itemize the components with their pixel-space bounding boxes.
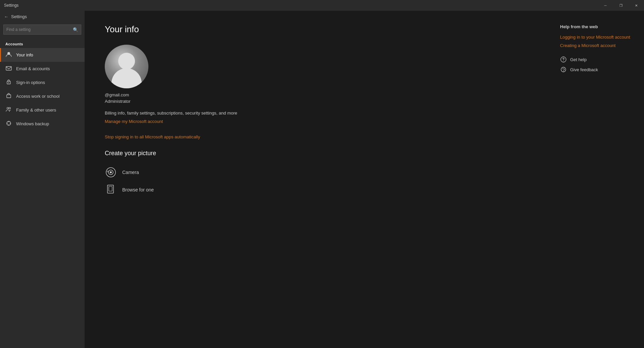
svg-point-14 xyxy=(563,60,564,61)
access-work-icon xyxy=(5,93,12,100)
avatar-body xyxy=(111,68,142,88)
sidebar-item-windows-backup[interactable]: Windows backup xyxy=(0,117,85,131)
back-arrow-icon: ← xyxy=(4,14,8,19)
svg-point-3 xyxy=(8,82,9,83)
search-input[interactable] xyxy=(6,27,71,32)
sidebar-item-access-work[interactable]: Access work or school xyxy=(0,89,85,103)
avatar-head xyxy=(118,53,135,70)
sidebar-item-your-info[interactable]: Your info xyxy=(0,48,85,62)
help-actions: Get help Give feedback xyxy=(560,56,634,73)
stop-signing-link[interactable]: Stop signing in to all Microsoft apps au… xyxy=(105,134,200,139)
sidebar-item-label-backup: Windows backup xyxy=(16,121,49,126)
svg-point-9 xyxy=(110,171,112,173)
close-button[interactable]: ✕ xyxy=(629,0,644,11)
give-feedback-label: Give feedback xyxy=(570,67,598,72)
avatar-silhouette xyxy=(105,45,148,88)
app-body: ← Settings 🔍 Accounts Your info xyxy=(0,11,644,348)
sidebar-section-accounts: Accounts xyxy=(0,39,85,48)
camera-label: Camera xyxy=(122,170,139,175)
get-help-icon xyxy=(560,56,567,63)
user-email: @gmail.com xyxy=(105,92,129,97)
sidebar-item-family[interactable]: Family & other users xyxy=(0,103,85,117)
svg-rect-4 xyxy=(7,95,11,98)
minimize-button[interactable]: ─ xyxy=(598,0,613,11)
sidebar-item-label-work: Access work or school xyxy=(16,94,59,99)
logging-in-link[interactable]: Logging in to your Microsoft account xyxy=(560,35,634,40)
sidebar: ← Settings 🔍 Accounts Your info xyxy=(0,11,85,348)
create-picture-title: Create your picture xyxy=(105,150,530,157)
titlebar: Settings ─ ❐ ✕ xyxy=(0,0,644,11)
manage-account-link[interactable]: Manage my Microsoft account xyxy=(105,119,163,124)
windows-backup-icon xyxy=(5,120,12,127)
sidebar-back-label: Settings xyxy=(11,14,27,19)
main-content: Your info @gmail.com Administrator Billi… xyxy=(85,11,550,348)
svg-rect-12 xyxy=(109,186,112,191)
avatar xyxy=(105,45,148,88)
search-icon: 🔍 xyxy=(73,27,78,32)
sidebar-item-label-your-info: Your info xyxy=(16,52,33,57)
stop-signing-section: Stop signing in to all Microsoft apps au… xyxy=(105,134,530,140)
give-feedback-icon xyxy=(560,66,567,73)
user-role: Administrator xyxy=(105,99,131,104)
right-panel: Help from the web Logging in to your Mic… xyxy=(550,11,644,348)
camera-icon xyxy=(105,166,117,178)
your-info-icon xyxy=(5,51,12,58)
svg-rect-1 xyxy=(6,67,11,70)
sidebar-item-email-accounts[interactable]: Email & accounts xyxy=(0,62,85,76)
titlebar-controls: ─ ❐ ✕ xyxy=(598,0,644,11)
get-help-action[interactable]: Get help xyxy=(560,56,634,63)
browse-label: Browse for one xyxy=(122,187,154,192)
sidebar-item-label-signin: Sign-in options xyxy=(16,80,45,85)
svg-point-16 xyxy=(563,71,564,72)
get-help-label: Get help xyxy=(570,57,587,62)
page-title: Your info xyxy=(105,24,530,35)
family-icon xyxy=(5,106,12,114)
give-feedback-action[interactable]: Give feedback xyxy=(560,66,634,73)
email-accounts-icon xyxy=(5,65,12,72)
browse-option[interactable]: Browse for one xyxy=(105,181,530,199)
svg-point-6 xyxy=(9,107,11,109)
help-from-web-title: Help from the web xyxy=(560,24,634,29)
sidebar-search-container: 🔍 xyxy=(3,25,81,35)
restore-button[interactable]: ❐ xyxy=(613,0,629,11)
creating-account-link[interactable]: Creating a Microsoft account xyxy=(560,43,634,48)
sidebar-back-button[interactable]: ← Settings xyxy=(0,11,85,23)
sidebar-item-label-email: Email & accounts xyxy=(16,66,50,71)
browse-icon xyxy=(105,184,117,196)
svg-point-5 xyxy=(7,107,9,109)
sidebar-item-sign-in[interactable]: Sign-in options xyxy=(0,76,85,89)
camera-option[interactable]: Camera xyxy=(105,164,530,181)
sign-in-icon xyxy=(5,79,12,86)
titlebar-title: Settings xyxy=(4,3,18,8)
billing-info-text: Billing info, family settings, subscript… xyxy=(105,111,530,116)
svg-rect-10 xyxy=(107,171,108,172)
sidebar-item-label-family: Family & other users xyxy=(16,107,56,113)
avatar-section: @gmail.com Administrator xyxy=(105,45,530,104)
